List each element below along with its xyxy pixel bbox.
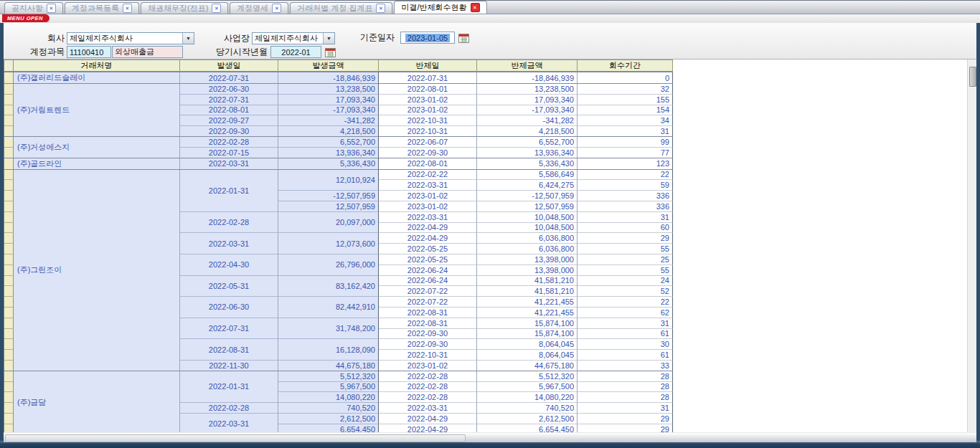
settle-date-cell[interactable]: 2022-08-01 xyxy=(379,83,477,94)
row-selector[interactable] xyxy=(4,136,14,147)
collection-period-cell[interactable]: 32 xyxy=(578,83,673,94)
settle-amount-cell[interactable]: 2,612,500 xyxy=(477,413,578,424)
collection-period-cell[interactable]: 31 xyxy=(578,211,673,222)
customer-cell[interactable]: (주)골드라인 xyxy=(14,158,180,169)
settle-amount-cell[interactable]: -18,846,939 xyxy=(477,72,578,83)
issue-date-cell[interactable]: 2022-09-30 xyxy=(180,125,278,136)
tab-close-icon[interactable]: ✕ xyxy=(376,4,385,13)
collection-period-cell[interactable]: 31 xyxy=(578,125,673,136)
row-selector[interactable] xyxy=(4,179,14,190)
collection-period-cell[interactable]: 77 xyxy=(578,147,673,158)
collection-period-cell[interactable]: 62 xyxy=(578,307,673,318)
settle-date-cell[interactable]: 2022-03-31 xyxy=(379,211,477,222)
collection-period-cell[interactable]: 33 xyxy=(578,360,673,371)
settle-date-cell[interactable]: 2022-05-25 xyxy=(379,254,477,264)
issue-amount-cell[interactable]: 17,093,340 xyxy=(278,94,379,105)
issue-date-cell[interactable]: 2022-07-31 xyxy=(180,318,278,339)
row-selector[interactable] xyxy=(4,158,14,169)
issue-date-cell[interactable]: 2022-04-30 xyxy=(180,254,278,275)
row-selector[interactable] xyxy=(4,222,14,233)
issue-date-cell[interactable]: 2022-02-28 xyxy=(180,402,278,413)
collection-period-cell[interactable]: 0 xyxy=(578,72,673,83)
issue-amount-cell[interactable]: 2,612,500 xyxy=(278,413,379,424)
issue-date-cell[interactable]: 2022-08-31 xyxy=(180,338,278,360)
settle-amount-cell[interactable]: 13,936,340 xyxy=(477,147,578,158)
column-header[interactable]: 발생일 xyxy=(180,60,278,72)
settle-date-cell[interactable]: 2022-06-24 xyxy=(379,275,477,286)
collection-period-cell[interactable]: 59 xyxy=(578,179,673,190)
issue-date-cell[interactable]: 2022-03-31 xyxy=(180,158,278,169)
settle-date-cell[interactable]: 2022-02-22 xyxy=(379,169,477,180)
customer-cell[interactable]: (주)거성에스지 xyxy=(14,136,180,158)
settle-amount-cell[interactable]: 15,874,100 xyxy=(477,318,578,328)
row-selector[interactable] xyxy=(4,169,14,180)
issue-date-cell[interactable]: 2022-07-31 xyxy=(180,72,278,83)
row-selector[interactable] xyxy=(4,72,14,83)
vertical-scrollbar[interactable] xyxy=(967,59,976,432)
settle-date-cell[interactable]: 2022-02-28 xyxy=(379,371,477,381)
account-code-input[interactable]: 11100410 xyxy=(67,46,111,58)
settle-amount-cell[interactable]: 5,586,649 xyxy=(477,169,578,180)
settle-date-cell[interactable]: 2022-08-31 xyxy=(379,318,477,328)
row-selector[interactable] xyxy=(4,275,14,286)
settle-amount-cell[interactable]: 8,064,045 xyxy=(477,338,578,349)
base-date-input[interactable]: 2023-01-05 xyxy=(400,32,455,44)
settle-amount-cell[interactable]: 15,874,100 xyxy=(477,328,578,339)
settle-amount-cell[interactable]: 10,048,500 xyxy=(477,211,578,222)
company-select[interactable]: 제일제지주식회사 ▼ xyxy=(67,32,194,44)
issue-amount-cell[interactable]: 6,552,700 xyxy=(278,136,379,147)
settle-date-cell[interactable]: 2022-08-01 xyxy=(379,158,477,169)
issue-amount-cell[interactable]: 12,507,959 xyxy=(278,201,379,211)
row-selector[interactable] xyxy=(4,328,14,339)
issue-date-cell[interactable]: 2022-03-31 xyxy=(180,232,278,254)
settle-amount-cell[interactable]: 44,675,180 xyxy=(477,360,578,371)
site-select[interactable]: 제일제지주식회사 ▼ xyxy=(252,32,335,44)
settle-amount-cell[interactable]: 14,080,220 xyxy=(477,391,578,402)
settle-date-cell[interactable]: 2022-07-22 xyxy=(379,296,477,307)
issue-date-cell[interactable]: 2022-06-30 xyxy=(180,296,278,318)
collection-period-cell[interactable]: 22 xyxy=(578,169,673,180)
tab-거래처별 계정 집계표[interactable]: 거래처별 계정 집계표✕ xyxy=(290,2,392,14)
issue-amount-cell[interactable]: 6,654,450 xyxy=(278,424,379,432)
row-selector[interactable] xyxy=(4,391,14,402)
collection-period-cell[interactable]: 22 xyxy=(578,296,673,307)
row-selector[interactable] xyxy=(4,360,14,371)
row-selector[interactable] xyxy=(4,285,14,296)
settle-date-cell[interactable]: 2022-06-24 xyxy=(379,264,477,275)
collection-period-cell[interactable]: 60 xyxy=(578,222,673,233)
settle-amount-cell[interactable]: 13,238,500 xyxy=(477,83,578,94)
customer-cell[interactable]: (주)금담 xyxy=(14,371,180,432)
issue-amount-cell[interactable]: 5,512,320 xyxy=(278,371,379,381)
row-selector[interactable] xyxy=(4,371,14,381)
collection-period-cell[interactable]: 31 xyxy=(578,318,673,328)
issue-date-cell[interactable]: 2022-08-01 xyxy=(180,105,278,115)
collection-period-cell[interactable]: 154 xyxy=(578,105,673,115)
issue-amount-cell[interactable]: 5,967,500 xyxy=(278,381,379,392)
settle-amount-cell[interactable]: 4,218,500 xyxy=(477,125,578,136)
issue-amount-cell[interactable]: 4,218,500 xyxy=(278,125,379,136)
issue-date-cell[interactable]: 2022-09-27 xyxy=(180,115,278,125)
settle-date-cell[interactable]: 2023-01-02 xyxy=(379,190,477,201)
issue-amount-cell[interactable]: 13,936,340 xyxy=(278,147,379,158)
issue-amount-cell[interactable]: 13,238,500 xyxy=(278,83,379,94)
row-selector[interactable] xyxy=(4,413,14,424)
collection-period-cell[interactable]: 336 xyxy=(578,201,673,211)
collection-period-cell[interactable]: 24 xyxy=(578,275,673,286)
column-header[interactable]: 반제금액 xyxy=(477,60,578,72)
settle-date-cell[interactable]: 2022-10-31 xyxy=(379,349,477,360)
collection-period-cell[interactable]: 28 xyxy=(578,381,673,392)
row-selector[interactable] xyxy=(4,307,14,318)
issue-date-cell[interactable]: 2022-11-30 xyxy=(180,360,278,371)
row-selector[interactable] xyxy=(4,83,14,94)
settle-date-cell[interactable]: 2022-10-31 xyxy=(379,115,477,125)
row-selector[interactable] xyxy=(4,147,14,158)
settle-date-cell[interactable]: 2022-04-29 xyxy=(379,424,477,432)
row-selector[interactable] xyxy=(4,349,14,360)
settle-amount-cell[interactable]: 41,221,455 xyxy=(477,296,578,307)
row-selector[interactable] xyxy=(4,105,14,115)
start-month-input[interactable]: 2022-01 xyxy=(270,46,321,58)
settle-date-cell[interactable]: 2022-06-07 xyxy=(379,136,477,147)
settle-date-cell[interactable]: 2023-01-02 xyxy=(379,105,477,115)
settle-date-cell[interactable]: 2023-01-02 xyxy=(379,94,477,105)
settle-date-cell[interactable]: 2022-04-29 xyxy=(379,413,477,424)
